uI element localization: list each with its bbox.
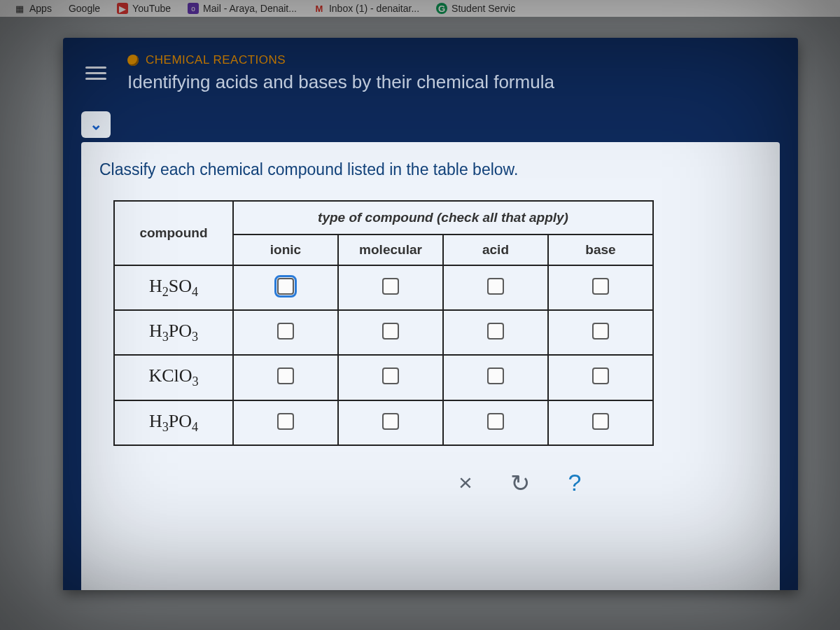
bookmark-student[interactable]: G Student Servic [436,3,515,14]
col-molecular: molecular [338,234,443,265]
checkbox-base[interactable] [592,323,609,340]
gmail-icon: M [314,3,325,14]
reset-button[interactable]: ↻ [504,467,536,499]
subject-label: CHEMICAL REACTIONS [146,53,286,67]
youtube-icon: ▶ [117,3,128,14]
formula-cell: H3PO3 [114,310,233,355]
question-icon: ? [568,469,582,496]
question-panel: Classify each chemical compound listed i… [81,142,780,590]
apps-icon: ▦ [14,3,25,14]
table-row: H3PO4 [114,400,653,445]
bookmark-youtube[interactable]: ▶ YouTube [117,3,171,14]
checkbox-base[interactable] [592,368,609,384]
content-wrap: ⌄ Classify each chemical compound listed… [63,111,798,590]
table-row: H2SO4 [114,265,653,310]
checkbox-acid[interactable] [487,323,504,340]
student-icon: G [436,3,447,14]
col-base: base [548,234,653,265]
checkbox-molecular[interactable] [382,323,399,340]
collapse-button[interactable]: ⌄ [81,111,111,138]
checkbox-base[interactable] [592,413,609,430]
title-block: CHEMICAL REACTIONS Identifying acids and… [127,53,778,93]
chevron-down-icon: ⌄ [90,115,102,134]
bookmark-label: Google [69,3,100,14]
mail-icon: o [188,3,199,14]
table-header-row: compound type of compound (check all tha… [114,201,653,234]
bookmark-apps[interactable]: ▦ Apps [14,3,52,14]
bookmark-mail[interactable]: o Mail - Araya, Denait... [188,3,297,14]
bookmark-label: YouTube [132,3,171,14]
bookmark-inbox[interactable]: M Inbox (1) - denaitar... [314,3,419,14]
type-header: type of compound (check all that apply) [233,201,653,234]
clear-button[interactable]: × [449,467,482,499]
checkbox-ionic[interactable] [277,413,294,430]
bookmark-label: Apps [29,3,52,14]
col-acid: acid [443,234,548,265]
checkbox-ionic[interactable] [277,368,294,384]
formula-cell: H3PO4 [114,400,233,445]
subject-icon [127,55,139,66]
col-ionic: ionic [233,234,338,265]
lesson-header: CHEMICAL REACTIONS Identifying acids and… [63,38,798,111]
formula-cell: H2SO4 [114,265,233,310]
compound-table: compound type of compound (check all tha… [113,200,654,446]
table-row: KClO3 [114,355,653,400]
checkbox-acid[interactable] [487,278,504,295]
compound-header: compound [114,201,233,265]
checkbox-molecular[interactable] [382,278,399,295]
help-button[interactable]: ? [559,467,591,499]
bookmark-google[interactable]: Google [69,3,100,14]
bookmark-label: Inbox (1) - denaitar... [329,3,419,14]
bookmarks-bar: ▦ Apps Google ▶ YouTube o Mail - Araya, … [0,0,840,17]
bookmark-label: Mail - Araya, Denait... [203,3,297,14]
checkbox-acid[interactable] [487,368,504,384]
table-row: H3PO3 [114,310,653,355]
checkbox-acid[interactable] [487,413,504,430]
x-icon: × [458,469,472,496]
checkbox-base[interactable] [592,278,609,295]
checkbox-molecular[interactable] [382,413,399,430]
menu-icon[interactable] [83,64,109,83]
reset-icon: ↻ [510,469,530,497]
checkbox-ionic[interactable] [277,323,294,340]
instruction-text: Classify each chemical compound listed i… [99,160,762,179]
bookmark-label: Student Servic [451,3,515,14]
lesson-title: Identifying acids and bases by their che… [127,71,778,93]
formula-cell: KClO3 [114,355,233,400]
action-row: × ↻ ? [449,467,762,499]
checkbox-ionic[interactable] [277,278,294,295]
checkbox-molecular[interactable] [382,368,399,384]
lesson-container: CHEMICAL REACTIONS Identifying acids and… [63,38,798,590]
